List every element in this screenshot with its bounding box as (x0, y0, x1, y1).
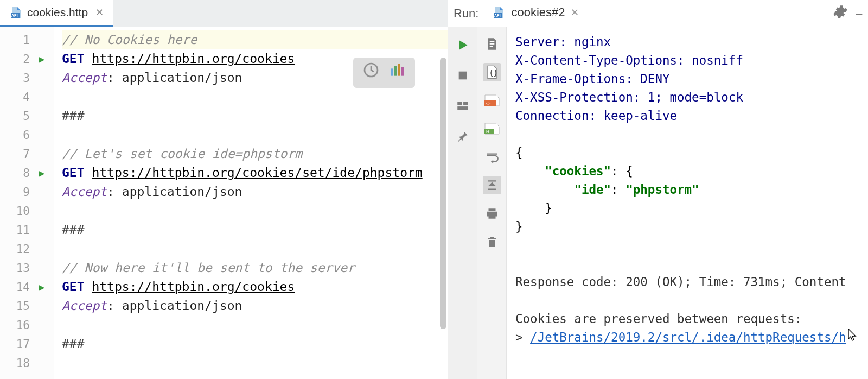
code-editor[interactable]: ✔ 12▶345678▶91011121314▶15161718 // No C… (0, 27, 448, 379)
run-output[interactable]: Server: nginxX-Content-Type-Options: nos… (507, 27, 868, 379)
run-tool-window: Run: API cookies#2 ✕ – {} <> H (448, 0, 868, 379)
line-number: 2 (10, 53, 30, 66)
gutter-run-slot[interactable]: ▶ (30, 167, 54, 179)
history-icon[interactable] (362, 61, 380, 84)
run-icon: ▶ (39, 167, 45, 179)
code-line[interactable] (62, 315, 448, 334)
run-toolbar-primary (448, 27, 477, 379)
trash-icon[interactable] (483, 232, 501, 251)
line-number: 15 (10, 300, 30, 313)
run-tab[interactable]: API cookies#2 ✕ (486, 2, 585, 24)
layout-icon[interactable] (454, 97, 472, 115)
minimize-icon[interactable]: – (856, 6, 863, 21)
api-file-icon: API (493, 6, 506, 19)
svg-rect-12 (457, 106, 468, 110)
code-line[interactable] (62, 87, 448, 106)
cookie-file-link[interactable]: /JetBrains/2019.2/srcl/.idea/httpRequest… (530, 330, 846, 344)
line-number: 7 (10, 148, 30, 161)
code-line[interactable]: Accept: application/json (62, 296, 448, 315)
run-tab-title: cookies#2 (511, 5, 565, 20)
editor-tab-title: cookies.http (27, 6, 88, 19)
line-number: 18 (10, 357, 30, 370)
pin-icon[interactable] (454, 127, 472, 146)
svg-text:API: API (11, 14, 18, 17)
line-number: 1 (10, 34, 30, 47)
run-icon: ▶ (39, 281, 45, 293)
line-number: 13 (10, 262, 30, 275)
line-number: 3 (10, 72, 30, 85)
run-title: Run: (454, 7, 478, 21)
svg-rect-3 (391, 68, 393, 75)
line-number: 4 (10, 91, 30, 104)
html-view-icon[interactable]: <> (483, 91, 501, 110)
svg-rect-6 (401, 67, 404, 76)
json-view-icon[interactable]: {} (483, 63, 501, 81)
gutter-run-slot[interactable]: ▶ (30, 53, 54, 65)
close-icon[interactable]: ✕ (571, 7, 579, 18)
line-number: 14 (10, 281, 30, 294)
close-icon[interactable]: ✕ (95, 7, 104, 18)
line-number: 9 (10, 186, 30, 199)
editor-scrollbar[interactable] (440, 58, 446, 329)
line-number: 10 (10, 205, 30, 218)
run-body: {} <> H Server: nginxX-Content-Type-Opti… (448, 27, 868, 379)
scroll-to-end-icon[interactable] (483, 176, 501, 194)
code-line[interactable] (62, 353, 448, 372)
code-line[interactable]: // Now here it'll be sent to the server (62, 258, 448, 277)
cookie-note: Cookies are preserved between requests: (515, 309, 865, 328)
editor-gutter: 12▶345678▶91011121314▶15161718 (0, 27, 54, 379)
rerun-icon[interactable] (454, 36, 472, 54)
text-file-icon[interactable] (483, 35, 501, 53)
http-header-icon[interactable]: H (483, 119, 501, 138)
print-icon[interactable] (483, 204, 501, 223)
stop-icon[interactable] (454, 66, 472, 85)
svg-rect-4 (394, 66, 397, 76)
svg-text:<>: <> (486, 101, 491, 106)
code-line[interactable]: // Let's set cookie ide=phpstorm (62, 144, 448, 163)
line-number: 8 (10, 167, 30, 180)
code-line[interactable] (62, 239, 448, 258)
line-number: 16 (10, 319, 30, 332)
svg-rect-14 (489, 43, 494, 45)
line-number: 11 (10, 224, 30, 237)
api-file-icon: API (10, 6, 23, 19)
svg-rect-9 (459, 72, 467, 80)
code-line[interactable]: GET https://httpbin.org/cookies (62, 277, 448, 296)
run-header: Run: API cookies#2 ✕ – (448, 0, 868, 27)
code-line[interactable]: Accept: application/json (62, 182, 448, 201)
http-request-toolbar (353, 58, 415, 88)
gear-icon[interactable] (833, 4, 848, 23)
line-number: 6 (10, 129, 30, 142)
code-line[interactable]: ### (62, 334, 448, 353)
cursor-icon (846, 328, 859, 348)
soft-wrap-icon[interactable] (483, 148, 501, 166)
run-icon: ▶ (39, 53, 45, 65)
svg-rect-11 (463, 102, 468, 105)
chart-icon[interactable] (388, 61, 406, 84)
line-number: 5 (10, 110, 30, 123)
response-status-line: Response code: 200 (OK); Time: 731ms; Co… (515, 273, 865, 291)
line-number: 17 (10, 338, 30, 351)
run-toolbar-secondary: {} <> H (477, 27, 507, 379)
editor-pane: API cookies.http ✕ ✔ 12▶345678▶910111213… (0, 0, 448, 379)
svg-rect-15 (489, 46, 492, 47)
line-number: 12 (10, 243, 30, 256)
code-line[interactable] (62, 125, 448, 144)
svg-text:API: API (494, 14, 501, 17)
code-line[interactable]: ### (62, 220, 448, 239)
code-line[interactable]: GET https://httpbin.org/cookies/set/ide/… (62, 163, 448, 182)
editor-tabbar: API cookies.http ✕ (0, 0, 448, 27)
code-area[interactable]: // No Cookies hereGET https://httpbin.or… (54, 27, 448, 379)
svg-text:H: H (486, 129, 489, 134)
code-line[interactable] (62, 201, 448, 220)
svg-rect-10 (457, 102, 462, 105)
code-line[interactable]: ### (62, 106, 448, 125)
gutter-run-slot[interactable]: ▶ (30, 281, 54, 293)
code-line[interactable]: // No Cookies here (62, 30, 448, 49)
svg-rect-13 (489, 41, 494, 42)
editor-tab[interactable]: API cookies.http ✕ (0, 0, 113, 27)
svg-rect-5 (398, 64, 401, 76)
svg-text:{}: {} (489, 68, 498, 77)
